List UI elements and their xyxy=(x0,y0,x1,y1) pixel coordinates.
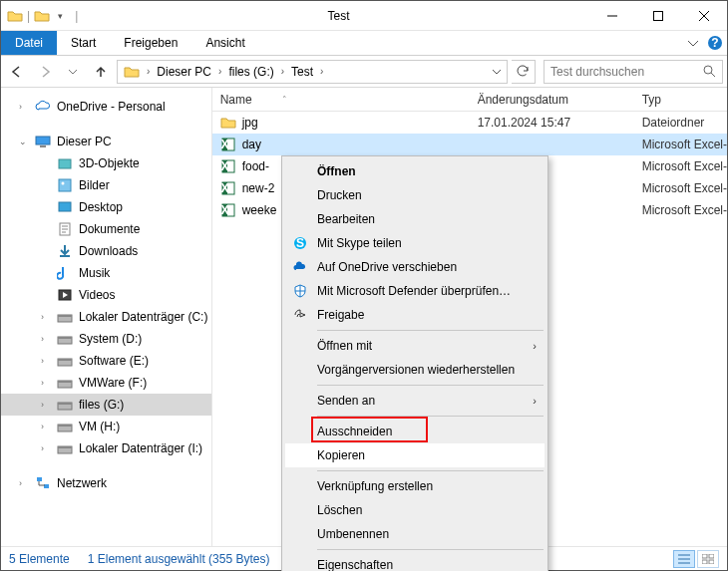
forward-button[interactable] xyxy=(33,60,57,84)
tree-thispc[interactable]: ⌄ Dieser PC xyxy=(1,131,211,152)
tree-item[interactable]: ›Software (E:) xyxy=(1,350,211,372)
menu-openwith[interactable]: Öffnen mit› xyxy=(285,334,545,358)
folder-icon xyxy=(120,61,144,83)
search-input[interactable]: Test durchsuchen xyxy=(544,60,723,84)
icons-view-button[interactable] xyxy=(697,550,719,568)
refresh-button[interactable] xyxy=(512,60,536,84)
help-icon[interactable]: ? xyxy=(703,31,727,55)
menu-label: Ausschneiden xyxy=(317,425,392,438)
status-selection: 1 Element ausgewählt (355 Bytes) xyxy=(88,552,270,566)
chevron-right-icon: › xyxy=(533,395,537,407)
tree-item[interactable]: ›Lokaler Datenträger (I:) xyxy=(1,437,211,459)
tree-item[interactable]: ›System (D:) xyxy=(1,328,211,350)
details-view-button[interactable] xyxy=(673,550,695,568)
breadcrumb[interactable]: Test xyxy=(287,61,317,83)
up-button[interactable] xyxy=(89,60,113,84)
column-type[interactable]: Typ xyxy=(634,93,727,107)
file-type: Microsoft Excel- xyxy=(634,138,727,151)
menu-onedrive[interactable]: Auf OneDrive verschieben xyxy=(285,255,545,279)
chevron-right-icon[interactable]: › xyxy=(317,66,326,77)
tree-onedrive[interactable]: › OneDrive - Personal xyxy=(1,96,211,118)
menu-delete[interactable]: Löschen xyxy=(285,498,545,522)
chevron-right-icon[interactable]: › xyxy=(215,66,224,77)
tree-item[interactable]: ›Lokaler Datenträger (C:) xyxy=(1,306,211,328)
chevron-right-icon[interactable]: › xyxy=(144,66,153,77)
chevron-right-icon[interactable]: › xyxy=(278,66,287,77)
menu-rename[interactable]: Umbenennen xyxy=(285,522,545,546)
collapse-icon[interactable]: ⌄ xyxy=(19,137,29,146)
svg-rect-42 xyxy=(709,554,714,558)
tree-item[interactable]: Desktop xyxy=(1,196,211,218)
shield-icon xyxy=(291,282,309,300)
expand-icon[interactable]: › xyxy=(19,478,29,488)
menu-sendto[interactable]: Senden an› xyxy=(285,389,545,413)
tree-label: Netzwerk xyxy=(57,476,107,490)
address-dropdown-icon[interactable] xyxy=(489,67,505,77)
svg-rect-20 xyxy=(58,381,72,383)
menu-share[interactable]: Freigabe xyxy=(285,303,545,327)
menu-previous-versions[interactable]: Vorgängerversionen wiederherstellen xyxy=(285,358,545,382)
tree-item[interactable]: Bilder xyxy=(1,174,211,196)
tree-item[interactable]: Downloads xyxy=(1,240,211,262)
tree-item[interactable]: Musik xyxy=(1,262,211,284)
menu-cut[interactable]: Ausschneiden xyxy=(285,420,545,443)
context-menu: Öffnen Drucken Bearbeiten SMit Skype tei… xyxy=(281,155,548,571)
minimize-button[interactable] xyxy=(589,1,635,31)
expand-icon[interactable]: › xyxy=(41,378,51,388)
recent-button[interactable] xyxy=(61,60,85,84)
tab-share[interactable]: Freigeben xyxy=(110,31,191,55)
expand-icon[interactable]: › xyxy=(19,102,29,112)
address-bar[interactable]: › Dieser PC › files (G:) › Test › xyxy=(117,60,508,84)
column-date[interactable]: Änderungsdatum xyxy=(470,93,634,107)
expand-icon[interactable]: › xyxy=(41,422,51,431)
tree-item[interactable]: Dokumente xyxy=(1,218,211,240)
menu-defender[interactable]: Mit Microsoft Defender überprüfen… xyxy=(285,279,545,303)
chevron-right-icon: › xyxy=(533,340,537,352)
file-name: food- xyxy=(242,159,269,173)
tree-item[interactable]: ›files (G:) xyxy=(1,394,211,416)
tree-item[interactable]: 3D-Objekte xyxy=(1,152,211,174)
svg-text:X: X xyxy=(220,181,228,195)
tree-item-icon xyxy=(57,419,73,434)
menu-label: Mit Skype teilen xyxy=(317,236,402,250)
column-name[interactable]: Name ˄ xyxy=(212,93,470,107)
table-row[interactable]: jpg17.01.2024 15:47Dateiordner xyxy=(212,112,727,134)
menu-open[interactable]: Öffnen xyxy=(285,159,545,183)
svg-text:X: X xyxy=(220,138,228,151)
excel-icon: X xyxy=(220,202,236,218)
expand-icon[interactable]: › xyxy=(41,312,51,322)
tab-view[interactable]: Ansicht xyxy=(191,31,258,55)
close-button[interactable] xyxy=(681,1,727,31)
menu-print[interactable]: Drucken xyxy=(285,183,545,207)
back-button[interactable] xyxy=(5,60,29,84)
expand-icon[interactable]: › xyxy=(41,443,51,453)
tree-label: Musik xyxy=(79,266,110,280)
svg-rect-26 xyxy=(58,446,72,448)
menu-properties[interactable]: Eigenschaften xyxy=(285,553,545,571)
tree-item[interactable]: ›VM (H:) xyxy=(1,416,211,437)
chevron-down-icon[interactable]: ▾ xyxy=(54,11,67,21)
tree-item-icon xyxy=(57,243,73,259)
tree-item[interactable]: ›VMWare (F:) xyxy=(1,372,211,394)
table-row[interactable]: XdayMicrosoft Excel- xyxy=(212,134,727,155)
navigation-pane[interactable]: › OneDrive - Personal ⌄ Dieser PC 3D-Obj… xyxy=(1,88,212,546)
expand-icon[interactable]: › xyxy=(41,356,51,366)
menu-edit[interactable]: Bearbeiten xyxy=(285,207,545,231)
menu-shortcut[interactable]: Verknüpfung erstellen xyxy=(285,474,545,498)
breadcrumb[interactable]: Dieser PC xyxy=(153,61,215,83)
expand-icon[interactable]: › xyxy=(41,400,51,410)
file-type: Microsoft Excel- xyxy=(634,203,727,217)
menu-copy[interactable]: Kopieren xyxy=(285,443,545,467)
ribbon-expand-icon[interactable] xyxy=(683,31,703,55)
tab-file[interactable]: Datei xyxy=(1,31,57,55)
svg-rect-44 xyxy=(709,560,714,564)
menu-separator xyxy=(317,385,544,386)
tab-home[interactable]: Start xyxy=(57,31,110,55)
maximize-button[interactable] xyxy=(635,1,681,31)
menu-skype[interactable]: SMit Skype teilen xyxy=(285,231,545,255)
svg-rect-27 xyxy=(37,477,42,481)
expand-icon[interactable]: › xyxy=(41,334,51,344)
tree-item[interactable]: Videos xyxy=(1,284,211,306)
breadcrumb[interactable]: files (G:) xyxy=(224,61,277,83)
tree-network[interactable]: › Netzwerk xyxy=(1,472,211,494)
